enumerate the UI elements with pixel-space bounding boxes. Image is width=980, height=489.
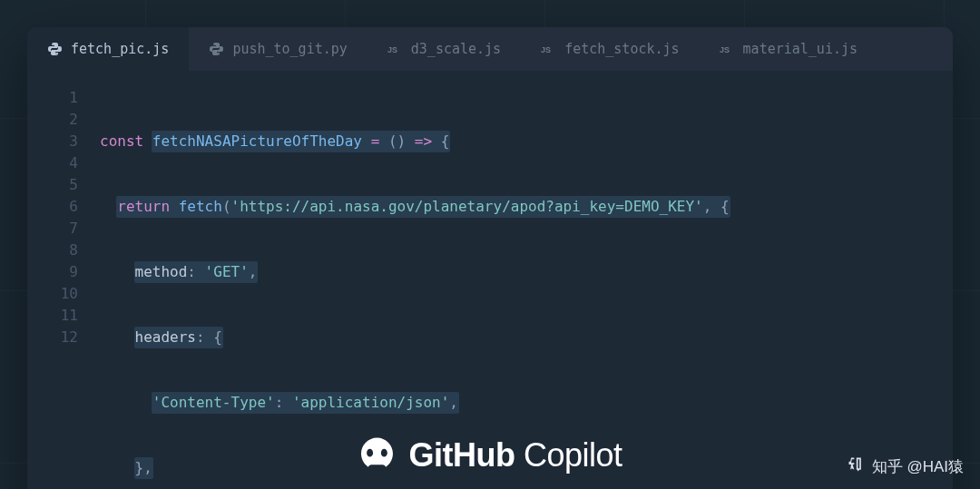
tab-bar: fetch_pic.jspush_to_git.pyJSd3_scale.jsJ…: [27, 27, 953, 71]
line-number: 11: [27, 305, 78, 327]
tab-d3_scale-js[interactable]: JSd3_scale.js: [368, 27, 521, 71]
tab-fetch_stock-js[interactable]: JSfetch_stock.js: [521, 27, 699, 71]
tab-label: d3_scale.js: [411, 41, 501, 57]
code-content[interactable]: const fetchNASAPictureOfTheDay = () => {…: [100, 87, 953, 489]
line-number: 9: [27, 261, 78, 283]
tab-label: material_ui.js: [743, 41, 858, 57]
line-number-gutter: 123456789101112: [27, 87, 100, 489]
line-number: 4: [27, 152, 78, 174]
svg-text:JS: JS: [720, 45, 730, 54]
function-name: fetchNASAPictureOfTheDay: [152, 132, 362, 150]
keyword-const: const: [100, 131, 143, 152]
watermark: 知乎 @HAI猿: [847, 455, 964, 478]
zhihu-icon: [847, 455, 865, 478]
js-icon: JS: [387, 42, 402, 56]
tab-label: push_to_git.py: [232, 41, 347, 57]
watermark-text: 知乎 @HAI猿: [872, 456, 964, 477]
code-area[interactable]: 123456789101112 const fetchNASAPictureOf…: [27, 71, 953, 489]
github-copilot-logo: GitHub Copilot: [358, 435, 622, 476]
line-number: 1: [27, 87, 78, 109]
tab-material_ui-js[interactable]: JSmaterial_ui.js: [700, 27, 877, 71]
line-number: 5: [27, 174, 78, 196]
svg-point-3: [368, 451, 371, 455]
line-number: 6: [27, 196, 78, 218]
line-number: 2: [27, 109, 78, 131]
python-icon: [47, 42, 62, 56]
brand-text: GitHub Copilot: [408, 436, 622, 474]
line-number: 7: [27, 218, 78, 240]
copilot-logo-icon: [358, 435, 396, 476]
string-url: 'https://api.nasa.gov/planetary/apod?api…: [231, 198, 703, 215]
editor-window: fetch_pic.jspush_to_git.pyJSd3_scale.jsJ…: [27, 27, 953, 489]
keyword-return: return: [117, 198, 170, 215]
line-number: 3: [27, 131, 78, 152]
tab-fetch_pic-js[interactable]: fetch_pic.js: [27, 27, 189, 71]
line-number: 12: [27, 327, 78, 348]
tab-label: fetch_pic.js: [71, 41, 169, 57]
line-number: 10: [27, 283, 78, 305]
python-icon: [209, 42, 223, 56]
tab-label: fetch_stock.js: [564, 41, 679, 57]
js-icon: JS: [720, 42, 734, 56]
svg-text:JS: JS: [387, 45, 397, 54]
line-number: 8: [27, 240, 78, 261]
svg-text:JS: JS: [541, 45, 551, 54]
tab-push_to_git-py[interactable]: push_to_git.py: [189, 27, 367, 71]
svg-point-4: [383, 451, 386, 455]
js-icon: JS: [541, 42, 555, 56]
